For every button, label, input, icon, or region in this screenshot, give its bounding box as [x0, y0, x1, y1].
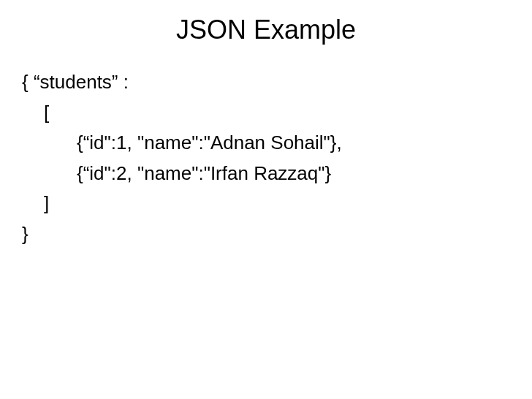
- code-line-5: ]: [22, 189, 510, 219]
- code-line-3: {“id":1, "name":"Adnan Sohail"},: [22, 128, 510, 159]
- code-line-2: [: [22, 98, 510, 129]
- code-line-6: }: [22, 219, 510, 250]
- code-line-4: {“id":2, "name":"Irfan Razzaq"}: [22, 159, 510, 189]
- code-line-1: { “students” :: [22, 67, 510, 98]
- code-example: { “students” : [ {“id":1, "name":"Adnan …: [22, 67, 510, 250]
- slide-title: JSON Example: [22, 15, 510, 45]
